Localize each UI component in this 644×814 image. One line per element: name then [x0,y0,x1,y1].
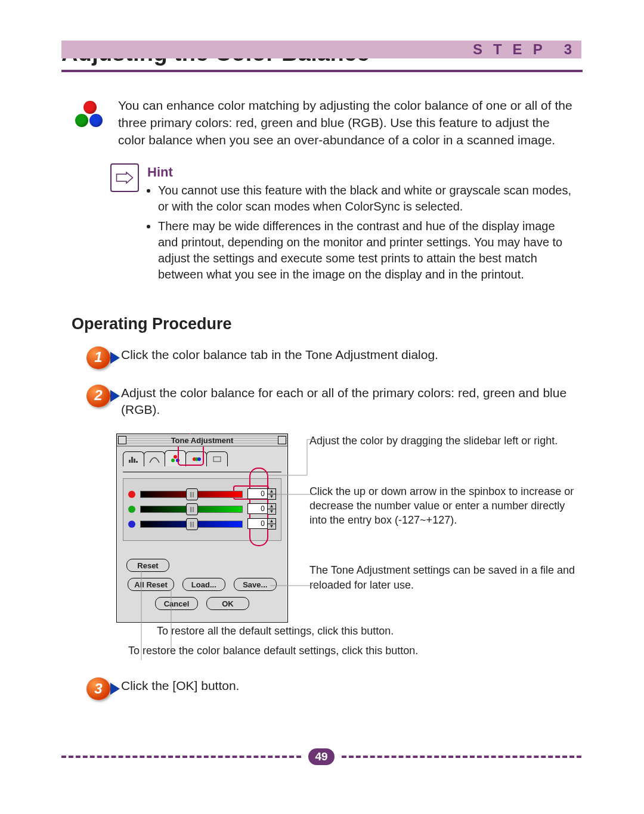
step-text: Click the [OK] button. [121,677,239,700]
cancel-button[interactable]: Cancel [155,597,198,610]
hint-bullet: You cannot use this feature with the bla… [158,182,572,215]
hint-title: Hint [147,163,572,181]
dialog-annotation-area: Tone Adjustment ||| [116,434,584,623]
blue-dot-icon [128,521,135,528]
step-text: Adjust the color balance for each or all… [121,385,572,419]
tab-channel[interactable] [185,451,207,466]
svg-rect-12 [131,457,133,463]
footer-rule-right [342,756,581,758]
intro-row: You can enhance color matching by adjust… [72,97,572,149]
dialog-titlebar: Tone Adjustment [117,434,287,447]
blue-value-input[interactable] [247,518,268,529]
annotations-column: Adjust the color by dragging the slideba… [309,434,584,592]
blue-spinbox[interactable]: ▲▼ [247,518,276,530]
svg-point-17 [176,459,179,462]
reset-button[interactable]: Reset [126,559,169,572]
step-label: STEP [473,41,553,57]
hint-block: Hint You cannot use this feature with th… [110,162,572,286]
load-button[interactable]: Load... [182,578,225,591]
slider-thumb-icon[interactable]: ||| [186,518,198,530]
all-reset-button[interactable]: All Reset [128,578,174,591]
intro-paragraph: You can enhance color matching by adjust… [118,97,572,149]
step-marker-1: 1 [86,346,110,369]
blue-slider[interactable]: ||| [140,521,243,528]
rgb-icon [72,100,105,133]
green-dot-icon [128,506,135,513]
svg-point-20 [197,457,201,461]
footer-rule-left [61,756,301,758]
step-number: 3 [564,41,572,57]
green-slider[interactable]: ||| [140,506,243,513]
spin-down-icon[interactable]: ▼ [268,494,275,499]
slider-row-red: ||| ▲▼ [128,488,276,500]
green-value-input[interactable] [247,503,268,514]
annotation-spin: Click the up or down arrow in the spinbo… [309,484,584,528]
annotation-slider: Adjust the color by dragging the slideba… [309,434,584,448]
step-header: STEP3 [61,41,581,58]
dialog-title: Tone Adjustment [117,436,287,445]
hint-bullet: There may be wide differences in the con… [158,218,572,283]
page-number: 49 [308,748,335,765]
sliders-panel: ||| ▲▼ ||| ▲▼ [123,478,281,541]
svg-rect-13 [134,459,135,463]
tone-adjustment-dialog: Tone Adjustment ||| [116,434,288,623]
red-value-input[interactable] [247,488,268,499]
save-button[interactable]: Save... [234,578,277,591]
hint-body: Hint You cannot use this feature with th… [147,162,572,286]
red-slider[interactable]: ||| [140,491,243,498]
slider-thumb-icon[interactable]: ||| [186,503,198,515]
slider-row-green: ||| ▲▼ [128,503,276,515]
annotation-allreset: To restore all the default settings, cli… [157,625,572,637]
step-marker-3: 3 [86,677,110,700]
title-rule [61,70,583,72]
annotation-loadsave: The Tone Adjustment settings can be save… [309,563,584,592]
page-footer: 49 [61,748,581,765]
manual-page: STEP3 Adjusting the Color Balance You ca… [0,41,644,814]
spin-down-icon[interactable]: ▼ [268,524,275,529]
slider-row-blue: ||| ▲▼ [128,518,276,530]
annotation-reset: To restore the color balance default set… [128,645,572,657]
tab-color-balance[interactable] [165,450,186,466]
svg-point-16 [171,459,175,462]
red-dot-icon [128,491,135,498]
tone-tabs [123,451,281,466]
procedure-heading: Operating Procedure [72,315,572,333]
step-2: 2 Adjust the color balance for each or a… [86,385,572,419]
step-3: 3 Click the [OK] button. [86,677,572,700]
svg-rect-14 [136,461,138,463]
ok-button[interactable]: OK [206,597,249,610]
svg-rect-21 [213,457,221,462]
tab-none[interactable] [206,451,228,466]
tab-curve[interactable] [144,451,165,466]
step-text: Click the color balance tab in the Tone … [121,346,438,369]
red-spinbox[interactable]: ▲▼ [247,488,276,500]
step-marker-2: 2 [86,385,110,407]
spin-down-icon[interactable]: ▼ [268,509,275,514]
tab-histogram[interactable] [123,451,144,466]
step-1: 1 Click the color balance tab in the Ton… [86,346,572,369]
slider-thumb-icon[interactable]: ||| [186,488,198,500]
svg-rect-11 [129,460,131,463]
green-spinbox[interactable]: ▲▼ [247,503,276,515]
svg-point-15 [174,455,177,459]
under-dialog-callouts: To restore all the default settings, cli… [116,625,572,657]
hint-icon [110,163,139,192]
